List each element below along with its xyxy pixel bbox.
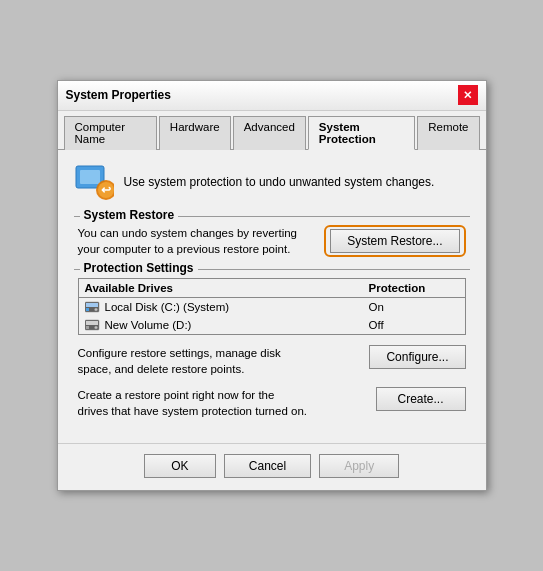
- close-button[interactable]: ✕: [458, 85, 478, 105]
- restore-description: You can undo system changes by reverting…: [78, 225, 298, 257]
- protection-settings-title: Protection Settings: [80, 261, 198, 275]
- system-restore-section: System Restore You can undo system chang…: [74, 216, 470, 257]
- info-row: ↩ Use system protection to undo unwanted…: [74, 162, 470, 202]
- tab-computer-name[interactable]: Computer Name: [64, 116, 157, 150]
- table-row[interactable]: New Volume (D:) Off: [79, 316, 465, 334]
- protection-icon: ↩: [74, 162, 114, 202]
- apply-button[interactable]: Apply: [319, 454, 399, 478]
- configure-description: Configure restore settings, manage disk …: [78, 345, 308, 377]
- tab-system-protection[interactable]: System Protection: [308, 116, 415, 150]
- system-restore-title: System Restore: [80, 208, 179, 222]
- create-button[interactable]: Create...: [376, 387, 466, 411]
- dialog-footer: OK Cancel Apply: [58, 443, 486, 490]
- protection-settings-section: Protection Settings Available Drives Pro…: [74, 269, 470, 419]
- configure-button[interactable]: Configure...: [369, 345, 465, 369]
- svg-point-12: [94, 326, 97, 329]
- create-row: Create a restore point right now for the…: [78, 387, 466, 419]
- drive-d-icon: [85, 319, 101, 331]
- configure-row: Configure restore settings, manage disk …: [78, 345, 466, 377]
- svg-rect-10: [86, 321, 98, 325]
- tab-remote[interactable]: Remote: [417, 116, 479, 150]
- svg-point-8: [94, 308, 97, 311]
- info-description: Use system protection to undo unwanted s…: [124, 175, 435, 189]
- drive-c-protection: On: [369, 301, 459, 313]
- col-header-drives: Available Drives: [85, 282, 369, 294]
- create-description: Create a restore point right now for the…: [78, 387, 308, 419]
- system-properties-dialog: System Properties ✕ Computer Name Hardwa…: [57, 80, 487, 492]
- restore-row: You can undo system changes by reverting…: [78, 225, 466, 257]
- tab-hardware[interactable]: Hardware: [159, 116, 231, 150]
- table-header: Available Drives Protection: [79, 279, 465, 298]
- svg-rect-11: [86, 326, 89, 329]
- tab-advanced[interactable]: Advanced: [233, 116, 306, 150]
- col-header-protection: Protection: [369, 282, 459, 294]
- protection-settings-content: Available Drives Protection Local Disk (…: [74, 278, 470, 419]
- drive-d-protection: Off: [369, 319, 459, 331]
- drive-c-name: Local Disk (C:) (System): [105, 301, 369, 313]
- system-restore-content: You can undo system changes by reverting…: [74, 225, 470, 257]
- svg-rect-1: [80, 170, 100, 184]
- svg-rect-6: [86, 303, 98, 307]
- ok-button[interactable]: OK: [144, 454, 216, 478]
- tab-bar: Computer Name Hardware Advanced System P…: [58, 111, 486, 150]
- drive-d-name: New Volume (D:): [105, 319, 369, 331]
- tab-content: ↩ Use system protection to undo unwanted…: [58, 150, 486, 444]
- drives-table: Available Drives Protection Local Disk (…: [78, 278, 466, 335]
- system-restore-highlight: System Restore...: [324, 225, 465, 257]
- title-bar: System Properties ✕: [58, 81, 486, 111]
- system-restore-button[interactable]: System Restore...: [330, 229, 459, 253]
- cancel-button[interactable]: Cancel: [224, 454, 311, 478]
- dialog-title: System Properties: [66, 88, 171, 102]
- table-row[interactable]: Local Disk (C:) (System) On: [79, 298, 465, 316]
- svg-text:↩: ↩: [101, 183, 111, 197]
- drive-system-icon: [85, 301, 101, 313]
- svg-rect-7: [86, 308, 89, 311]
